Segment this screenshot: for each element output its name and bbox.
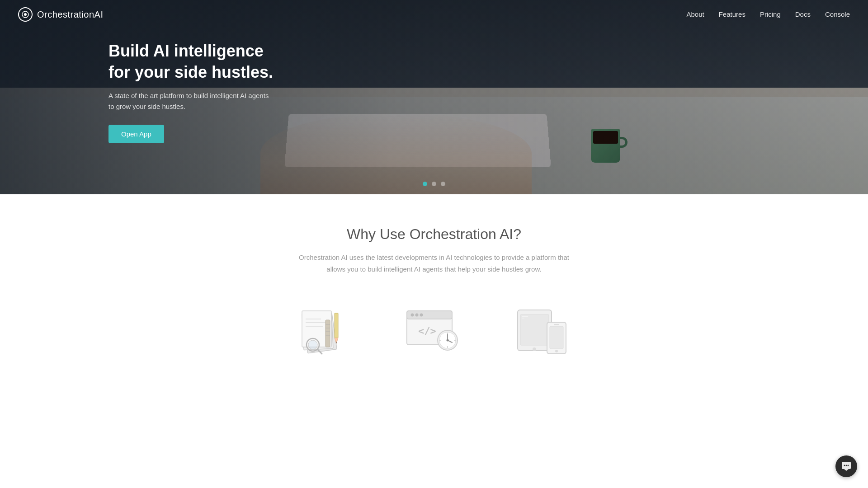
svg-point-23 [420,314,423,317]
code-icon: </> [402,306,466,356]
svg-rect-40 [554,324,559,325]
svg-point-21 [411,314,414,317]
nav-item-docs[interactable]: Docs [795,10,811,18]
icon-card-devices [506,306,579,356]
logo-icon [18,7,33,22]
carousel-dot-3[interactable] [441,182,445,186]
logo-text: OrchestrationAI [37,9,103,20]
svg-rect-8 [326,320,330,347]
hero-subtitle: A state of the art platform to build int… [108,90,271,112]
icon-card-code: </> [398,306,470,356]
open-app-button[interactable]: Open App [108,125,164,143]
navbar: OrchestrationAI About Features Pricing D… [0,0,868,29]
hero-content: Build AI intelligence for your side hust… [108,41,273,143]
svg-point-22 [415,314,419,317]
devices-icon [511,306,574,356]
svg-point-39 [555,350,558,352]
nav-item-features[interactable]: Features [719,10,745,18]
svg-point-1 [24,13,27,16]
hero-section: Build AI intelligence for your side hust… [0,0,868,194]
carousel-dots [423,182,445,186]
design-tools-icon [294,306,357,356]
carousel-dot-1[interactable] [423,182,427,186]
logo-link[interactable]: OrchestrationAI [18,7,103,22]
svg-point-29 [447,339,449,342]
nav-item-console[interactable]: Console [825,10,850,18]
carousel-dot-2[interactable] [432,182,436,186]
why-title: Why Use Orchestration AI? [18,226,850,243]
svg-point-17 [308,340,317,349]
svg-rect-38 [550,326,563,349]
nav-item-about[interactable]: About [687,10,704,18]
svg-rect-13 [335,313,338,338]
hero-title: Build AI intelligence for your side hust… [108,41,273,83]
nav-links: About Features Pricing Docs Console [687,10,850,19]
icon-card-design [289,306,362,356]
svg-rect-35 [520,314,549,345]
why-section: Why Use Orchestration AI? Orchestration … [0,194,868,383]
nav-item-pricing[interactable]: Pricing [760,10,781,18]
svg-point-36 [533,347,536,351]
feature-icons: </> [18,302,850,356]
svg-text:</>: </> [418,325,436,337]
why-description: Orchestration AI uses the latest develop… [298,252,570,275]
